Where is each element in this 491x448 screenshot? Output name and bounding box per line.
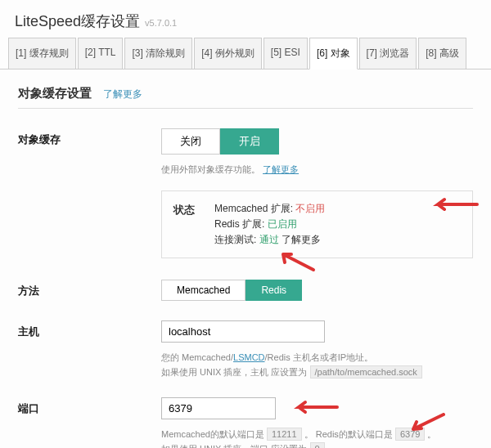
version-label: v5.7.0.1 [145, 18, 177, 28]
object-cache-on-button[interactable]: 开启 [220, 128, 279, 155]
connection-test-link[interactable]: 了解更多 [282, 234, 321, 245]
object-cache-label: 对象缓存 [18, 128, 161, 258]
host-hint-lsmcd-link[interactable]: LSMCD [233, 352, 265, 362]
tab-object[interactable]: [6] 对象 [309, 38, 358, 69]
host-hint-a: 您的 Memcached/ [161, 352, 233, 362]
object-cache-hint: 使用外部对象缓存功能。 [161, 164, 260, 174]
section-learn-more-link[interactable]: 了解更多 [103, 87, 142, 101]
tab-esi[interactable]: [5] ESI [264, 38, 308, 69]
tab-advanced[interactable]: [8] 高级 [418, 38, 466, 69]
redis-ext-label: Redis 扩展: [214, 218, 264, 230]
status-label: 状态 [173, 201, 195, 249]
method-redis-button[interactable]: Redis [246, 280, 302, 301]
host-input[interactable] [161, 320, 325, 343]
port-input[interactable] [161, 397, 276, 419]
object-cache-hint-link[interactable]: 了解更多 [263, 164, 299, 174]
method-label: 方法 [18, 280, 161, 306]
host-hint2-a: 如果使用 UNIX 插座，主机 应设置为 [161, 367, 307, 377]
tab-ttl[interactable]: [2] TTL [78, 38, 124, 69]
connection-test-value: 通过 [259, 234, 279, 245]
object-cache-off-button[interactable]: 关闭 [161, 128, 220, 155]
tabs-bar: [1] 缓存规则 [2] TTL [3] 清除规则 [4] 例外规则 [5] E… [0, 38, 491, 69]
tab-browser[interactable]: [7] 浏览器 [359, 38, 417, 69]
port-hint-a: Memcached的默认端口是 [161, 429, 264, 439]
host-hint2-code: /path/to/memcached.sock [310, 365, 422, 379]
annotation-arrow-icon [277, 249, 318, 274]
port-hint2-a: 如果使用 UNIX 插座，端口 应设置为 [161, 444, 307, 448]
tab-purge-rules[interactable]: [3] 清除规则 [124, 38, 192, 69]
host-label: 主机 [18, 320, 161, 379]
connection-test-label: 连接测试: [214, 234, 256, 245]
method-memcached-button[interactable]: Memcached [161, 280, 246, 301]
port-hint2-code: 0 [310, 442, 325, 448]
port-label: 端口 [18, 397, 161, 448]
port-hint-code2: 6379 [395, 428, 425, 441]
memcached-ext-value: 不启用 [295, 203, 325, 214]
port-hint-b: 。 Redis的默认端口是 [304, 429, 393, 439]
redis-ext-value: 已启用 [268, 218, 297, 230]
tab-cache-rules[interactable]: [1] 缓存规则 [8, 38, 76, 69]
page-title: LiteSpeed缓存设置 [15, 11, 140, 31]
annotation-arrow-icon [292, 399, 341, 415]
tab-exclusion-rules[interactable]: [4] 例外规则 [194, 38, 262, 69]
port-hint-c: 。 [427, 429, 436, 439]
annotation-arrow-icon [430, 196, 479, 213]
host-hint-b: /Redis 主机名或者IP地址。 [265, 352, 374, 362]
memcached-ext-label: Memcached 扩展: [214, 203, 293, 214]
section-title: 对象缓存设置 [18, 86, 92, 101]
port-hint-code1: 11211 [267, 428, 302, 441]
